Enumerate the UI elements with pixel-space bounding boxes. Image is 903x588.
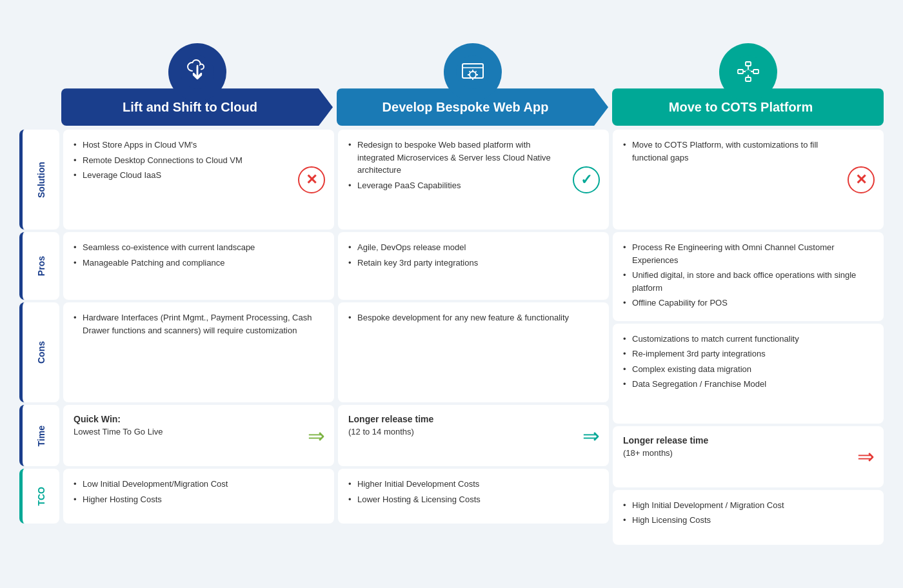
col2-solution-badge: ✓ [573, 166, 600, 193]
col1-solution-bullets: Host Store Apps in Cloud VM's Remote Des… [74, 139, 324, 182]
time-label: Time [19, 405, 59, 466]
col3-pros-cell: Process Re Engineering with Omni Channel… [613, 232, 884, 321]
col2-title-text: Develop Bespoke Web App [382, 100, 549, 115]
col2-solution-bullets: Redesign to bespoke Web based platform w… [348, 139, 599, 191]
pros-label: Pros [19, 232, 59, 300]
col2-tco-bullets: Higher Initial Development Costs Lower H… [348, 478, 599, 505]
svg-point-14 [731, 55, 765, 89]
col2-data: Redesign to bespoke Web based platform w… [338, 130, 609, 545]
col1-tco-bullets: Low Initial Development/Migration Cost H… [74, 478, 324, 505]
page-wrapper: Lift and Shift to Cloud [13, 30, 890, 558]
tco-label: TCO [19, 469, 59, 524]
col1-time-sub: Lowest Time To Go Live [74, 427, 324, 436]
col2-time-cell: Longer release time (12 to 14 months) ⇒ [338, 405, 609, 466]
col3-title-text: Move to COTS Platform [669, 100, 813, 115]
col3-time-arrow: ⇒ [857, 444, 875, 469]
network-icon [719, 43, 777, 101]
data-columns: Host Store Apps in Cloud VM's Remote Des… [63, 130, 884, 545]
col1-time-cell: Quick Win: Lowest Time To Go Live ⇒ [63, 405, 334, 466]
col2-time-arrow: ⇒ [582, 424, 600, 448]
col2-cons-cell: Bespoke development for any new feature … [338, 302, 609, 402]
col2-solution-cell: Redesign to bespoke Web based platform w… [338, 130, 609, 230]
solution-label: Solution [19, 130, 59, 230]
col1-data: Host Store Apps in Cloud VM's Remote Des… [63, 130, 334, 545]
col3-solution-cell: Move to COTS Platform, with customizatio… [613, 130, 884, 230]
cons-label: Cons [19, 302, 59, 402]
col1-pros-bullets: Seamless co-existence with current lands… [74, 241, 324, 269]
col3-data: Move to COTS Platform, with customizatio… [613, 130, 884, 545]
main-grid: Solution Pros Cons Time TCO [19, 130, 884, 545]
col2-time-sub: (12 to 14 months) [348, 427, 599, 436]
col3-time-sub: (18+ months) [623, 448, 873, 458]
col3-tco-bullets: High Initial Development / Migration Cos… [623, 499, 873, 527]
col2-time-label: Longer release time [348, 414, 599, 424]
col1-time-label: Quick Win: [74, 414, 324, 424]
col3-tco-cell: High Initial Development / Migration Cos… [613, 490, 884, 545]
col2-header: Develop Bespoke Web App [337, 43, 608, 126]
col3-solution-bullets: Move to COTS Platform, with customizatio… [623, 139, 873, 164]
col3-time-label: Longer release time [623, 435, 873, 446]
cloud-upload-icon [168, 43, 226, 101]
col1-solution-cell: Host Store Apps in Cloud VM's Remote Des… [63, 130, 334, 230]
col1-time-arrow: ⇒ [308, 424, 325, 448]
col1-title-text: Lift and Shift to Cloud [123, 100, 257, 115]
col1-pros-cell: Seamless co-existence with current lands… [63, 232, 334, 300]
col1-solution-badge: ✕ [298, 166, 325, 193]
col1-header: Lift and Shift to Cloud [61, 43, 333, 126]
col2-pros-cell: Agile, DevOps release model Retain key 3… [338, 232, 609, 300]
col3-time-cell: Longer release time (18+ months) ⇒ [613, 426, 884, 487]
col2-tco-cell: Higher Initial Development Costs Lower H… [338, 469, 609, 524]
col1-cons-bullets: Hardware Interfaces (Print Mgmt., Paymen… [74, 311, 324, 337]
col3-cons-cell: Customizations to match current function… [613, 324, 884, 424]
row-labels: Solution Pros Cons Time TCO [19, 130, 59, 545]
col3-solution-badge: ✕ [848, 166, 875, 193]
svg-line-12 [475, 72, 476, 72]
svg-line-11 [475, 77, 476, 78]
col3-header: Move to COTS Platform [612, 43, 884, 126]
col1-tco-cell: Low Initial Development/Migration Cost H… [63, 469, 334, 524]
col3-cons-bullets: Customizations to match current function… [623, 333, 873, 391]
web-gear-icon [444, 43, 502, 101]
col2-pros-bullets: Agile, DevOps release model Retain key 3… [348, 241, 599, 269]
svg-line-13 [469, 77, 470, 78]
svg-line-10 [469, 72, 470, 72]
col1-cons-cell: Hardware Interfaces (Print Mgmt., Paymen… [63, 302, 334, 402]
col2-cons-bullets: Bespoke development for any new feature … [348, 311, 599, 324]
col3-pros-bullets: Process Re Engineering with Omni Channel… [623, 241, 873, 309]
